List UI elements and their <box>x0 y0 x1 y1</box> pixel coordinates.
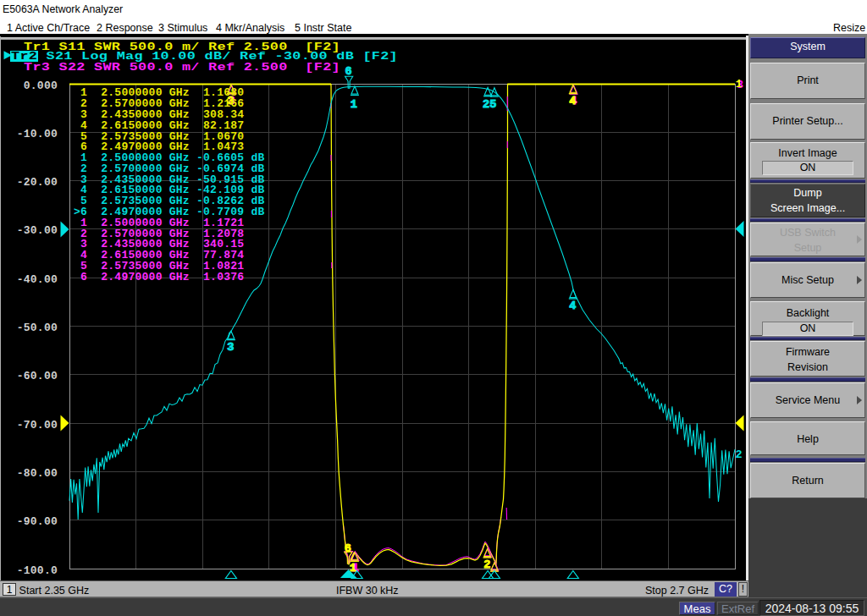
svg-text:4: 4 <box>569 300 576 312</box>
svg-text:1: 1 <box>736 78 743 91</box>
svg-text:2: 2 <box>736 448 743 461</box>
svg-text:4: 4 <box>569 95 576 107</box>
svg-text:2: 2 <box>483 98 489 111</box>
svg-text:3: 3 <box>227 341 234 354</box>
svg-text:6: 6 <box>345 542 351 555</box>
svg-text:2: 2 <box>483 558 490 571</box>
svg-text:1: 1 <box>351 98 357 111</box>
svg-text:5: 5 <box>489 98 496 111</box>
svg-text:6: 6 <box>345 65 352 78</box>
